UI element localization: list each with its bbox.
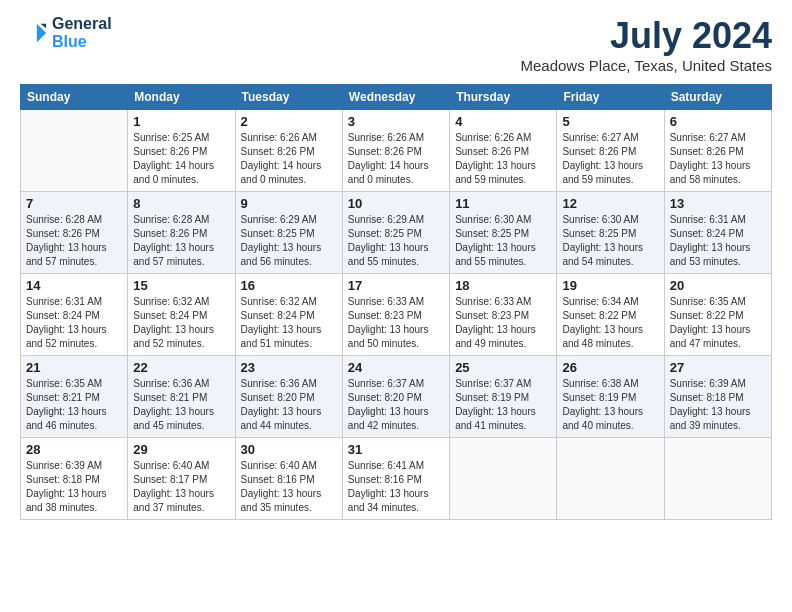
- month-title: July 2024: [520, 15, 772, 57]
- svg-marker-1: [41, 23, 47, 28]
- day-number: 19: [562, 278, 658, 293]
- day-info: Sunrise: 6:30 AMSunset: 8:25 PMDaylight:…: [455, 213, 551, 269]
- day-info: Sunrise: 6:28 AMSunset: 8:26 PMDaylight:…: [133, 213, 229, 269]
- day-number: 1: [133, 114, 229, 129]
- col-monday: Monday: [128, 85, 235, 110]
- day-info: Sunrise: 6:39 AMSunset: 8:18 PMDaylight:…: [26, 459, 122, 515]
- calendar-cell: 31Sunrise: 6:41 AMSunset: 8:16 PMDayligh…: [342, 438, 449, 520]
- day-info: Sunrise: 6:41 AMSunset: 8:16 PMDaylight:…: [348, 459, 444, 515]
- day-info: Sunrise: 6:38 AMSunset: 8:19 PMDaylight:…: [562, 377, 658, 433]
- day-info: Sunrise: 6:33 AMSunset: 8:23 PMDaylight:…: [348, 295, 444, 351]
- day-number: 21: [26, 360, 122, 375]
- calendar-cell: 24Sunrise: 6:37 AMSunset: 8:20 PMDayligh…: [342, 356, 449, 438]
- calendar-row-0: 1Sunrise: 6:25 AMSunset: 8:26 PMDaylight…: [21, 110, 772, 192]
- calendar-cell: 26Sunrise: 6:38 AMSunset: 8:19 PMDayligh…: [557, 356, 664, 438]
- calendar-cell: 5Sunrise: 6:27 AMSunset: 8:26 PMDaylight…: [557, 110, 664, 192]
- day-number: 8: [133, 196, 229, 211]
- day-number: 14: [26, 278, 122, 293]
- day-info: Sunrise: 6:30 AMSunset: 8:25 PMDaylight:…: [562, 213, 658, 269]
- day-number: 2: [241, 114, 337, 129]
- location: Meadows Place, Texas, United States: [520, 57, 772, 74]
- col-saturday: Saturday: [664, 85, 771, 110]
- day-info: Sunrise: 6:26 AMSunset: 8:26 PMDaylight:…: [455, 131, 551, 187]
- calendar-row-4: 28Sunrise: 6:39 AMSunset: 8:18 PMDayligh…: [21, 438, 772, 520]
- day-info: Sunrise: 6:31 AMSunset: 8:24 PMDaylight:…: [670, 213, 766, 269]
- calendar-row-3: 21Sunrise: 6:35 AMSunset: 8:21 PMDayligh…: [21, 356, 772, 438]
- calendar-cell: 14Sunrise: 6:31 AMSunset: 8:24 PMDayligh…: [21, 274, 128, 356]
- day-number: 10: [348, 196, 444, 211]
- col-tuesday: Tuesday: [235, 85, 342, 110]
- calendar-cell: 15Sunrise: 6:32 AMSunset: 8:24 PMDayligh…: [128, 274, 235, 356]
- day-number: 30: [241, 442, 337, 457]
- calendar-cell: 6Sunrise: 6:27 AMSunset: 8:26 PMDaylight…: [664, 110, 771, 192]
- day-info: Sunrise: 6:29 AMSunset: 8:25 PMDaylight:…: [348, 213, 444, 269]
- day-info: Sunrise: 6:31 AMSunset: 8:24 PMDaylight:…: [26, 295, 122, 351]
- header-row: Sunday Monday Tuesday Wednesday Thursday…: [21, 85, 772, 110]
- day-number: 6: [670, 114, 766, 129]
- calendar-cell: [557, 438, 664, 520]
- day-number: 15: [133, 278, 229, 293]
- calendar-cell: 8Sunrise: 6:28 AMSunset: 8:26 PMDaylight…: [128, 192, 235, 274]
- day-number: 20: [670, 278, 766, 293]
- day-info: Sunrise: 6:32 AMSunset: 8:24 PMDaylight:…: [241, 295, 337, 351]
- calendar-cell: 18Sunrise: 6:33 AMSunset: 8:23 PMDayligh…: [450, 274, 557, 356]
- day-number: 18: [455, 278, 551, 293]
- day-number: 4: [455, 114, 551, 129]
- calendar-cell: [664, 438, 771, 520]
- day-info: Sunrise: 6:40 AMSunset: 8:17 PMDaylight:…: [133, 459, 229, 515]
- day-number: 12: [562, 196, 658, 211]
- day-info: Sunrise: 6:36 AMSunset: 8:20 PMDaylight:…: [241, 377, 337, 433]
- day-info: Sunrise: 6:36 AMSunset: 8:21 PMDaylight:…: [133, 377, 229, 433]
- day-number: 5: [562, 114, 658, 129]
- calendar-cell: 10Sunrise: 6:29 AMSunset: 8:25 PMDayligh…: [342, 192, 449, 274]
- day-info: Sunrise: 6:35 AMSunset: 8:21 PMDaylight:…: [26, 377, 122, 433]
- calendar-cell: 13Sunrise: 6:31 AMSunset: 8:24 PMDayligh…: [664, 192, 771, 274]
- calendar-cell: 27Sunrise: 6:39 AMSunset: 8:18 PMDayligh…: [664, 356, 771, 438]
- calendar-cell: 21Sunrise: 6:35 AMSunset: 8:21 PMDayligh…: [21, 356, 128, 438]
- day-info: Sunrise: 6:39 AMSunset: 8:18 PMDaylight:…: [670, 377, 766, 433]
- calendar-cell: 20Sunrise: 6:35 AMSunset: 8:22 PMDayligh…: [664, 274, 771, 356]
- calendar-cell: 2Sunrise: 6:26 AMSunset: 8:26 PMDaylight…: [235, 110, 342, 192]
- day-info: Sunrise: 6:27 AMSunset: 8:26 PMDaylight:…: [562, 131, 658, 187]
- calendar-cell: [450, 438, 557, 520]
- day-info: Sunrise: 6:29 AMSunset: 8:25 PMDaylight:…: [241, 213, 337, 269]
- calendar-cell: 23Sunrise: 6:36 AMSunset: 8:20 PMDayligh…: [235, 356, 342, 438]
- header: General Blue July 2024 Meadows Place, Te…: [20, 15, 772, 74]
- calendar-cell: 7Sunrise: 6:28 AMSunset: 8:26 PMDaylight…: [21, 192, 128, 274]
- day-number: 26: [562, 360, 658, 375]
- calendar-row-2: 14Sunrise: 6:31 AMSunset: 8:24 PMDayligh…: [21, 274, 772, 356]
- col-wednesday: Wednesday: [342, 85, 449, 110]
- day-number: 17: [348, 278, 444, 293]
- day-info: Sunrise: 6:40 AMSunset: 8:16 PMDaylight:…: [241, 459, 337, 515]
- day-number: 25: [455, 360, 551, 375]
- col-thursday: Thursday: [450, 85, 557, 110]
- day-number: 7: [26, 196, 122, 211]
- day-info: Sunrise: 6:26 AMSunset: 8:26 PMDaylight:…: [241, 131, 337, 187]
- calendar-row-1: 7Sunrise: 6:28 AMSunset: 8:26 PMDaylight…: [21, 192, 772, 274]
- day-number: 24: [348, 360, 444, 375]
- day-info: Sunrise: 6:32 AMSunset: 8:24 PMDaylight:…: [133, 295, 229, 351]
- calendar-cell: 30Sunrise: 6:40 AMSunset: 8:16 PMDayligh…: [235, 438, 342, 520]
- calendar-cell: 12Sunrise: 6:30 AMSunset: 8:25 PMDayligh…: [557, 192, 664, 274]
- calendar-cell: 16Sunrise: 6:32 AMSunset: 8:24 PMDayligh…: [235, 274, 342, 356]
- col-friday: Friday: [557, 85, 664, 110]
- day-info: Sunrise: 6:37 AMSunset: 8:19 PMDaylight:…: [455, 377, 551, 433]
- day-number: 16: [241, 278, 337, 293]
- day-number: 13: [670, 196, 766, 211]
- logo-icon: [20, 19, 48, 47]
- day-number: 3: [348, 114, 444, 129]
- day-info: Sunrise: 6:27 AMSunset: 8:26 PMDaylight:…: [670, 131, 766, 187]
- calendar-cell: 1Sunrise: 6:25 AMSunset: 8:26 PMDaylight…: [128, 110, 235, 192]
- calendar-table: Sunday Monday Tuesday Wednesday Thursday…: [20, 84, 772, 520]
- calendar-cell: [21, 110, 128, 192]
- day-number: 9: [241, 196, 337, 211]
- title-block: July 2024 Meadows Place, Texas, United S…: [520, 15, 772, 74]
- logo: General Blue: [20, 15, 112, 50]
- day-number: 27: [670, 360, 766, 375]
- logo-text: General Blue: [52, 15, 112, 50]
- day-number: 22: [133, 360, 229, 375]
- day-info: Sunrise: 6:26 AMSunset: 8:26 PMDaylight:…: [348, 131, 444, 187]
- calendar-cell: 19Sunrise: 6:34 AMSunset: 8:22 PMDayligh…: [557, 274, 664, 356]
- day-info: Sunrise: 6:34 AMSunset: 8:22 PMDaylight:…: [562, 295, 658, 351]
- day-number: 29: [133, 442, 229, 457]
